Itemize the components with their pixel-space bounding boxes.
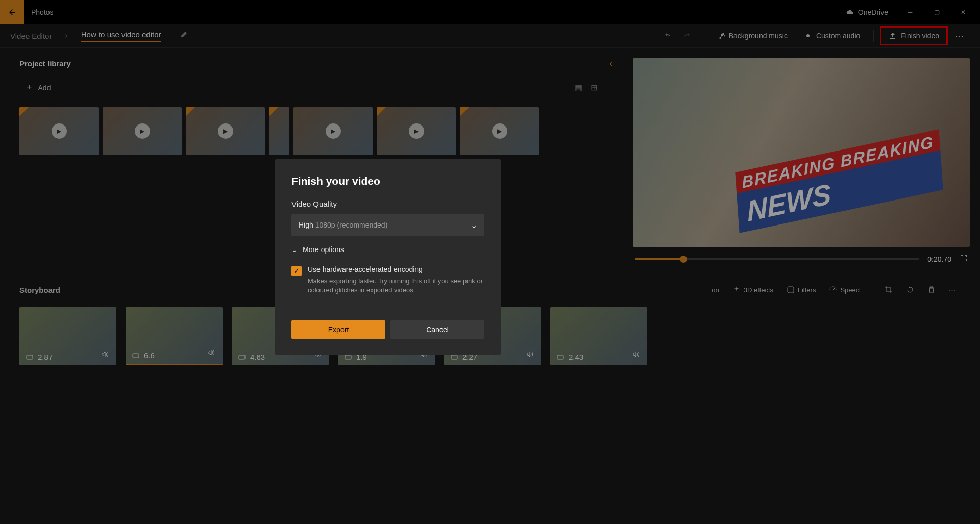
more-options-toggle[interactable]: ⌄ More options: [291, 245, 484, 254]
hwaccel-text: Use hardware-accelerated encoding Makes …: [308, 265, 484, 295]
hwaccel-label: Use hardware-accelerated encoding: [308, 265, 484, 275]
modal-overlay[interactable]: Finish your video Video Quality High 108…: [0, 0, 980, 524]
export-button[interactable]: Export: [291, 320, 385, 339]
hwaccel-description: Makes exporting faster. Try turning this…: [308, 277, 484, 295]
hwaccel-option: ✓ Use hardware-accelerated encoding Make…: [291, 265, 484, 295]
finish-video-dialog: Finish your video Video Quality High 108…: [275, 159, 501, 356]
hwaccel-checkbox[interactable]: ✓: [291, 266, 302, 276]
dialog-title: Finish your video: [291, 175, 484, 187]
dialog-actions: Export Cancel: [291, 320, 484, 339]
quality-dropdown[interactable]: High 1080p (recommended) ⌄: [291, 214, 484, 236]
quality-label: Video Quality: [291, 199, 484, 208]
chevron-down-icon: ⌄: [471, 220, 477, 230]
quality-value: High 1080p (recommended): [299, 221, 387, 229]
chevron-down-icon: ⌄: [291, 245, 298, 254]
cancel-button[interactable]: Cancel: [390, 320, 484, 339]
